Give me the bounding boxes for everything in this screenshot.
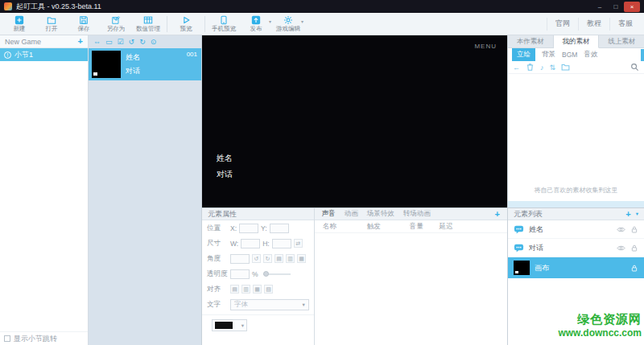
link-support[interactable]: 客服 <box>609 18 641 31</box>
caret-down-icon[interactable]: ▾ <box>301 18 303 24</box>
align-left-icon[interactable]: ▤ <box>230 285 239 294</box>
preview-name-element[interactable]: 姓名 <box>217 153 233 164</box>
align-justify-icon[interactable]: ▧ <box>264 285 273 294</box>
mobile-preview-button[interactable]: 手机预览 <box>208 14 240 35</box>
reset-transform-icon[interactable]: ▦ <box>297 254 306 263</box>
close-button[interactable]: × <box>624 2 640 12</box>
subtab-backgrounds[interactable]: 背景 <box>542 50 555 60</box>
font-select[interactable]: 字体 ▾ <box>230 299 309 310</box>
undo-icon[interactable]: ↺ <box>129 39 135 46</box>
duplicate-icon[interactable]: ▭ <box>105 39 113 46</box>
link-official-site[interactable]: 官网 <box>547 18 578 31</box>
opacity-slider-thumb[interactable] <box>263 271 269 277</box>
lock-ratio-icon[interactable]: ⇄ <box>294 239 303 248</box>
materials-content[interactable]: 将自己喜欢的素材收集到这里 <box>508 74 644 201</box>
opacity-input[interactable] <box>230 269 250 279</box>
tab-current-work-assets[interactable]: 本作素材 <box>508 35 554 48</box>
minimize-button[interactable]: – <box>592 2 608 12</box>
materials-footer-bar <box>508 201 644 207</box>
mobile-preview-button-label: 手机预览 <box>212 26 236 32</box>
collapse-caret-icon[interactable]: ▾ <box>636 211 638 217</box>
element-row-name[interactable]: 姓名 <box>508 220 644 239</box>
tab-sound[interactable]: 声音 <box>322 209 336 219</box>
folder-icon[interactable] <box>561 63 570 72</box>
properties-divider <box>202 314 314 315</box>
redo-icon[interactable]: ↻ <box>139 39 146 46</box>
new-file-icon <box>14 15 24 25</box>
eye-icon[interactable] <box>617 225 625 234</box>
add-section-button[interactable]: + <box>78 37 83 46</box>
add-element-button[interactable]: + <box>625 210 630 219</box>
eye-icon[interactable] <box>617 244 625 253</box>
power-icon[interactable]: ⊙ <box>151 39 157 46</box>
section-list-item[interactable]: ! 小节1 <box>0 48 88 61</box>
game-edit-button[interactable]: 游戏编辑 ▾ <box>272 14 304 35</box>
stage-preview[interactable]: MENU 姓名 对话 <box>202 35 507 207</box>
new-button[interactable]: 新建 <box>3 14 35 35</box>
element-label: 姓名 <box>529 224 543 235</box>
preview-button[interactable]: 预览 <box>170 14 202 35</box>
lock-icon[interactable] <box>630 264 638 273</box>
y-input[interactable] <box>270 224 289 233</box>
main-area: New Game + ! 小节1 显示小节跳转 ⇔ ▭ ☑ ↺ ↻ ⊙ <box>0 35 644 345</box>
align-right-icon[interactable]: ▦ <box>253 285 262 294</box>
h-input[interactable] <box>272 239 291 248</box>
text-label: 文字 <box>207 300 228 310</box>
elements-header: 元素列表 + ▾ <box>508 208 644 220</box>
tab-animation[interactable]: 动画 <box>345 209 358 219</box>
effects-panel: 声音 动画 场景特效 转场动画 + 名称 触发 音量 延迟 <box>315 208 507 345</box>
publish-button[interactable]: 发布 ▾ <box>240 14 272 35</box>
menu-label[interactable]: MENU <box>474 43 497 50</box>
move-icon[interactable]: ⇔ <box>93 39 101 46</box>
w-input[interactable] <box>241 239 260 248</box>
back-icon[interactable]: ← <box>513 64 520 72</box>
search-icon[interactable] <box>630 63 639 72</box>
toolbar-links: 官网 教程 客服 <box>547 13 641 35</box>
toolbar-separator <box>204 16 205 32</box>
subtab-bgm[interactable]: BGM <box>562 51 577 59</box>
link-tutorial[interactable]: 教程 <box>578 18 609 31</box>
lock-icon[interactable] <box>630 225 638 234</box>
x-input[interactable] <box>239 224 258 233</box>
data-manage-button[interactable]: 数值管理 <box>132 14 164 35</box>
caret-down-icon: ▾ <box>242 322 244 329</box>
sections-panel: New Game + ! 小节1 显示小节跳转 <box>0 35 89 345</box>
subtab-sprites[interactable]: 立绘 <box>512 48 535 61</box>
show-jump-checkbox[interactable] <box>4 335 10 342</box>
scene-card[interactable]: 姓名 对话 001 <box>89 48 201 80</box>
font-color-select[interactable]: ▾ <box>212 319 247 331</box>
caret-down-icon[interactable]: ▾ <box>269 18 271 24</box>
tab-transition[interactable]: 转场动画 <box>403 209 431 219</box>
element-row-canvas[interactable]: 画布 <box>508 257 644 278</box>
rotate-cw-icon[interactable]: ↻ <box>263 254 272 263</box>
subtab-sfx[interactable]: 音效 <box>584 50 597 60</box>
tab-scene-effects[interactable]: 场景特效 <box>367 209 394 219</box>
save-as-button[interactable]: 另存为 <box>100 14 132 35</box>
preview-dialog-element[interactable]: 对话 <box>217 169 233 180</box>
scene-card-texts: 姓名 对话 <box>126 52 140 76</box>
align-center-icon[interactable]: ▥ <box>242 285 250 294</box>
tab-my-assets[interactable]: 我的素材 <box>554 35 600 48</box>
rotate-ccw-icon[interactable]: ↺ <box>252 254 261 263</box>
open-button[interactable]: 打开 <box>35 14 68 35</box>
angle-row: 角度 ↺ ↻ ▤ ▥ ▦ <box>202 251 314 266</box>
materials-scrollbar[interactable] <box>641 49 644 61</box>
trash-icon[interactable] <box>526 63 535 72</box>
flip-horizontal-icon[interactable]: ▤ <box>275 254 283 263</box>
scene-dialog-text: 对话 <box>126 66 140 76</box>
save-button[interactable]: 保存 <box>68 14 100 35</box>
sections-panel-header: New Game + <box>0 35 88 48</box>
tab-online-assets[interactable]: 线上素材 <box>599 35 644 48</box>
flip-vertical-icon[interactable]: ▥ <box>286 254 295 263</box>
angle-input[interactable] <box>230 254 250 264</box>
music-icon[interactable]: ♪ <box>540 64 544 72</box>
lock-icon[interactable] <box>630 244 638 253</box>
maximize-button[interactable]: □ <box>608 2 624 12</box>
opacity-slider[interactable] <box>263 273 291 275</box>
sort-icon[interactable]: ⇅ <box>550 64 556 72</box>
add-effect-button[interactable]: + <box>495 210 500 219</box>
select-check-icon[interactable]: ☑ <box>118 39 124 46</box>
caret-down-icon: ▾ <box>302 302 304 308</box>
publish-icon <box>251 15 261 25</box>
element-row-dialog[interactable]: 对话 <box>508 239 644 257</box>
